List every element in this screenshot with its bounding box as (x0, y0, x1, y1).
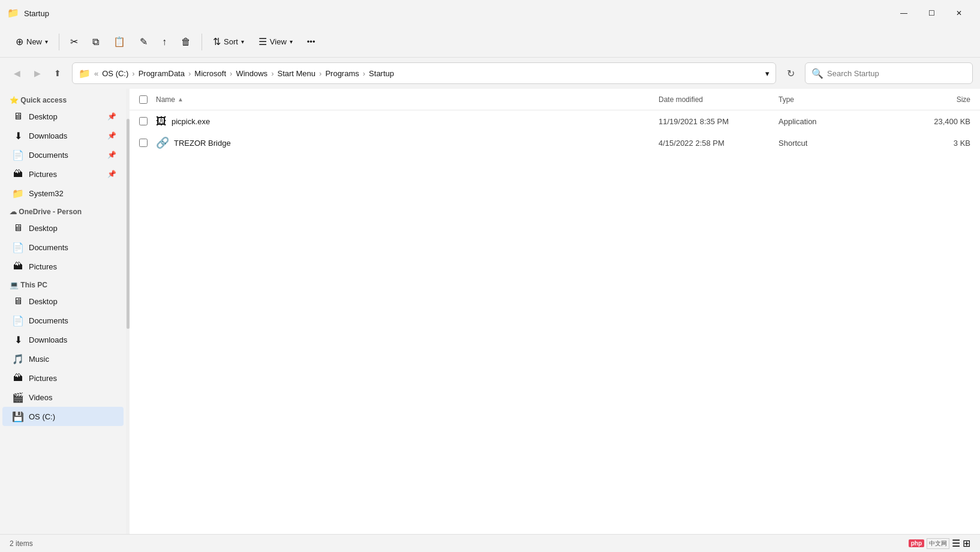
sidebar-scrollbar[interactable] (126, 89, 130, 534)
address-bar[interactable]: 📁 « OS (C:) › ProgramData › Microsoft › … (72, 62, 776, 84)
sidebar-label: Downloads (29, 131, 67, 140)
sidebar-label: Documents (29, 316, 68, 325)
pictures-icon: 🏔 (12, 169, 24, 179)
pin-icon: 📌 (107, 151, 116, 159)
checkbox-trezor[interactable] (139, 139, 156, 147)
sidebar-item-pc-osc[interactable]: 💾 OS (C:) (2, 407, 124, 426)
cut-button[interactable]: ✂ (64, 31, 84, 53)
system32-icon: 📁 (12, 188, 24, 199)
sort-arrow-name: ▲ (178, 96, 184, 103)
breadcrumb-microsoft[interactable]: Microsoft (194, 69, 226, 78)
select-all-checkbox[interactable] (139, 95, 156, 104)
refresh-button[interactable]: ↻ (781, 64, 800, 83)
file-size-trezor: 3 KB (898, 139, 970, 148)
sidebar-item-pc-desktop[interactable]: 🖥 Desktop (2, 292, 124, 311)
column-name-header[interactable]: Name ▲ (156, 95, 659, 104)
sidebar-item-pc-videos[interactable]: 🎬 Videos (2, 388, 124, 407)
pc-downloads-icon: ⬇ (12, 334, 24, 346)
sidebar-item-od-pictures[interactable]: 🏔 Pictures (2, 257, 124, 276)
sidebar-label: Pictures (29, 374, 57, 383)
cut-icon: ✂ (70, 36, 78, 47)
sidebar-label: Pictures (29, 262, 57, 271)
address-area: ◀ ▶ ⬆ 📁 « OS (C:) › ProgramData › Micros… (0, 58, 980, 89)
sidebar-item-qa-pictures[interactable]: 🏔 Pictures 📌 (2, 164, 124, 184)
column-headers: Name ▲ Date modified Type Size (130, 89, 980, 110)
separator-2 (202, 34, 202, 50)
back-button[interactable]: ◀ (7, 64, 26, 83)
file-name-trezor: 🔗 TREZOR Bridge (156, 136, 659, 149)
file-row-picpick[interactable]: 🖼 picpick.exe 11/19/2021 8:35 PM Applica… (130, 110, 980, 132)
more-button[interactable]: ••• (301, 31, 321, 53)
sidebar-item-qa-desktop[interactable]: 🖥 Desktop 📌 (2, 107, 124, 126)
status-count: 2 items (10, 539, 33, 548)
pin-icon: 📌 (107, 170, 116, 178)
sidebar-item-qa-downloads[interactable]: ⬇ Downloads 📌 (2, 126, 124, 145)
sort-label: Sort (224, 37, 238, 46)
new-button[interactable]: ⊕ New ▾ (10, 31, 54, 53)
sidebar-scrollbar-thumb[interactable] (127, 119, 130, 329)
close-button[interactable]: ✕ (945, 4, 973, 23)
breadcrumb-startup[interactable]: Startup (369, 69, 394, 78)
chinese-text: 中文网 (927, 538, 949, 549)
od-documents-icon: 📄 (12, 242, 24, 253)
sidebar-label: Documents (29, 243, 68, 252)
breadcrumb-dropdown[interactable]: ▾ (765, 69, 769, 78)
pc-pictures-icon: 🏔 (12, 373, 24, 383)
window-title: Startup (24, 9, 49, 18)
maximize-button[interactable]: ☐ (918, 4, 945, 23)
file-type-trezor: Shortcut (778, 139, 898, 148)
sidebar-item-od-desktop[interactable]: 🖥 Desktop (2, 218, 124, 238)
breadcrumb-programs[interactable]: Programs (325, 69, 359, 78)
sidebar-label: System32 (29, 189, 64, 198)
sidebar-item-pc-pictures[interactable]: 🏔 Pictures (2, 368, 124, 388)
rename-button[interactable]: ✎ (134, 31, 154, 53)
file-size-picpick: 23,400 KB (898, 117, 970, 126)
delete-button[interactable]: 🗑 (175, 31, 197, 53)
grid-view-icon[interactable]: ⊞ (963, 538, 970, 549)
delete-icon: 🗑 (181, 37, 191, 47)
new-icon: ⊕ (16, 36, 23, 47)
column-size-header[interactable]: Size (898, 95, 970, 104)
search-box[interactable]: 🔍 (805, 62, 973, 84)
breadcrumb-programdata[interactable]: ProgramData (139, 69, 185, 78)
list-view-icon[interactable]: ☰ (952, 538, 960, 549)
search-icon: 🔍 (811, 68, 823, 79)
pc-videos-icon: 🎬 (12, 392, 24, 403)
copy-icon: ⧉ (92, 37, 99, 47)
copy-button[interactable]: ⧉ (86, 31, 105, 53)
sidebar-item-qa-system32[interactable]: 📁 System32 (2, 184, 124, 203)
forward-button[interactable]: ▶ (28, 64, 47, 83)
search-input[interactable] (827, 69, 966, 78)
column-type-header[interactable]: Type (778, 95, 898, 104)
up-button[interactable]: ⬆ (48, 64, 67, 83)
file-date-picpick: 11/19/2021 8:35 PM (659, 117, 778, 126)
file-name-picpick: 🖼 picpick.exe (156, 115, 659, 128)
file-icon-trezor: 🔗 (156, 136, 169, 149)
sidebar-item-qa-documents[interactable]: 📄 Documents 📌 (2, 145, 124, 164)
sidebar-label: Documents (29, 151, 68, 160)
share-button[interactable]: ↑ (156, 31, 173, 53)
minimize-button[interactable]: — (890, 4, 918, 23)
sidebar-item-od-documents[interactable]: 📄 Documents (2, 238, 124, 257)
sidebar-label: Videos (29, 393, 53, 402)
pc-music-icon: 🎵 (12, 353, 24, 365)
toolbar: ⊕ New ▾ ✂ ⧉ 📋 ✎ ↑ 🗑 ⇅ Sort ▾ ☰ View ▾ ••… (0, 26, 980, 58)
checkbox-picpick[interactable] (139, 117, 156, 125)
sidebar-label: Downloads (29, 335, 67, 344)
downloads-icon: ⬇ (12, 130, 24, 142)
sidebar-item-pc-documents[interactable]: 📄 Documents (2, 311, 124, 330)
paste-button[interactable]: 📋 (107, 31, 131, 53)
view-icon: ☰ (258, 36, 267, 47)
file-row-trezor[interactable]: 🔗 TREZOR Bridge 4/15/2022 2:58 PM Shortc… (130, 132, 980, 154)
breadcrumb-osc[interactable]: OS (C:) (102, 69, 128, 78)
checkbox-all[interactable] (139, 95, 148, 104)
separator-1 (59, 34, 59, 50)
column-date-header[interactable]: Date modified (659, 95, 778, 104)
view-button[interactable]: ☰ View ▾ (252, 31, 299, 53)
sidebar-item-pc-downloads[interactable]: ⬇ Downloads (2, 330, 124, 349)
paste-icon: 📋 (113, 36, 125, 47)
sidebar-item-pc-music[interactable]: 🎵 Music (2, 349, 124, 368)
sort-button[interactable]: ⇅ Sort ▾ (207, 31, 250, 53)
breadcrumb-startmenu[interactable]: Start Menu (277, 69, 315, 78)
breadcrumb-windows[interactable]: Windows (236, 69, 267, 78)
